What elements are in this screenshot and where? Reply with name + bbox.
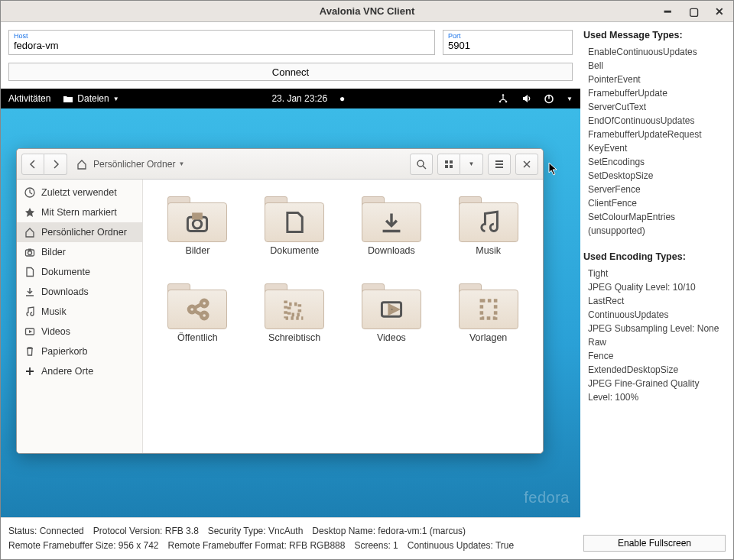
window-title: Avalonia VNC Client — [320, 5, 414, 17]
list-item: EnableContinuousUpdates — [588, 45, 726, 59]
plus-icon — [24, 366, 35, 377]
message-types-list: EnableContinuousUpdatesBellPointerEventF… — [583, 45, 726, 238]
folder-icon — [265, 193, 324, 242]
maximize-button[interactable]: ▢ — [684, 4, 703, 19]
folder-item[interactable]: Videos — [345, 280, 439, 364]
folder-item[interactable]: Schreibtisch — [248, 280, 342, 364]
folder-icon — [167, 280, 227, 329]
folder-item[interactable]: Dokumente — [248, 193, 342, 277]
activities-button[interactable]: Aktivitäten — [8, 93, 50, 104]
chevron-right-icon — [50, 159, 61, 170]
sidebar-item[interactable]: Musik — [17, 302, 142, 322]
sidebar-item[interactable]: Downloads — [17, 282, 142, 302]
sidebar-item-label: Zuletzt verwendet — [41, 187, 117, 198]
folder-label: Dokumente — [270, 245, 319, 256]
sidebar-item-label: Andere Orte — [41, 366, 93, 377]
status-pair: Remote Framebuffer Format: RFB RGB888 — [168, 540, 346, 551]
status-bar: Status: ConnectedProtocol Version: RFB 3… — [1, 517, 580, 559]
host-label: Host — [14, 32, 430, 40]
sidebar-item[interactable]: Andere Orte — [17, 361, 142, 381]
sidebar-item[interactable]: Mit Stern markiert — [17, 202, 142, 222]
hamburger-button[interactable] — [488, 154, 511, 175]
music-icon — [476, 210, 501, 235]
chevron-down-icon[interactable]: ▼ — [567, 95, 573, 102]
app-menu[interactable]: Dateien ▼ — [63, 93, 119, 104]
chevron-down-icon: ▼ — [469, 160, 475, 167]
list-item: KeyEvent — [588, 141, 726, 155]
folder-item[interactable]: Bilder — [151, 193, 245, 277]
notification-dot-icon: ● — [339, 93, 345, 104]
search-button[interactable] — [410, 154, 433, 175]
connect-button[interactable]: Connect — [8, 63, 573, 81]
port-input[interactable] — [448, 40, 567, 51]
grid-icon — [443, 159, 454, 170]
sound-icon[interactable] — [521, 93, 531, 104]
encoding-types-heading: Used Encoding Types: — [583, 251, 726, 262]
sidebar-item-label: Videos — [41, 326, 70, 337]
files-close-button[interactable] — [515, 154, 538, 175]
doc-icon — [282, 210, 307, 235]
folder-label: Bilder — [185, 245, 209, 256]
nav-forward-button[interactable] — [44, 154, 67, 175]
network-icon[interactable] — [498, 93, 508, 104]
view-grid-button[interactable] — [437, 154, 460, 175]
download-icon — [24, 286, 35, 297]
host-input[interactable] — [14, 40, 430, 51]
sidebar-item[interactable]: Dokumente — [17, 262, 142, 282]
power-icon[interactable] — [544, 93, 554, 104]
files-sidebar: Zuletzt verwendetMit Stern markiertPersö… — [17, 180, 143, 453]
folder-icon — [362, 280, 421, 329]
list-item: LastRect — [588, 294, 726, 308]
minimize-button[interactable]: ━ — [658, 4, 677, 19]
folder-item[interactable]: Vorlagen — [441, 280, 535, 364]
folder-item[interactable]: Öffentlich — [151, 280, 245, 364]
sidebar-item[interactable]: Bilder — [17, 242, 142, 262]
folder-item[interactable]: Musik — [441, 193, 535, 277]
status-pair: Security Type: VncAuth — [208, 526, 304, 536]
list-item: SetDesktopSize — [588, 169, 726, 183]
close-icon — [521, 159, 532, 170]
search-icon — [416, 159, 427, 170]
message-types-heading: Used Message Types: — [583, 30, 726, 40]
music-icon — [24, 306, 35, 317]
list-item: ExtendedDesktopSize — [588, 363, 726, 377]
status-pair: Protocol Version: RFB 3.8 — [93, 526, 199, 536]
status-pair: Screens: 1 — [354, 540, 398, 551]
status-pair: Status: Connected — [8, 526, 84, 536]
encoding-types-list: TightJPEG Quality Level: 10/10LastRectCo… — [583, 267, 726, 404]
folder-label: Öffentlich — [177, 332, 218, 343]
list-item: JPEG Quality Level: 10/10 — [588, 280, 726, 294]
folder-icon — [362, 193, 421, 242]
sidebar-item[interactable]: Videos — [17, 322, 142, 342]
view-options-button[interactable]: ▼ — [460, 154, 483, 175]
list-item: JPEG Fine-Grained Quality Level: 100% — [588, 377, 726, 404]
desktop-icon — [282, 297, 307, 322]
sidebar-item[interactable]: Persönlicher Ordner — [17, 222, 142, 242]
clock-label[interactable]: 23. Jan 23:26 — [271, 93, 327, 104]
sidebar-item-label: Mit Stern markiert — [41, 207, 117, 218]
sidebar-item[interactable]: Zuletzt verwendet — [17, 183, 142, 202]
list-item: FramebufferUpdate — [588, 86, 726, 100]
remote-screen[interactable]: Aktivitäten Dateien ▼ 23. Jan 23:26 ● — [1, 89, 580, 517]
folder-icon — [459, 193, 518, 242]
camera-icon — [24, 247, 35, 257]
sidebar-item-label: Downloads — [41, 286, 89, 297]
folder-item[interactable]: Downloads — [345, 193, 439, 277]
sidebar-item[interactable]: Papierkorb — [17, 342, 142, 361]
nav-back-button[interactable] — [21, 154, 44, 175]
template-icon — [476, 297, 501, 322]
star-icon — [24, 207, 35, 218]
clock-icon — [24, 187, 35, 198]
sidebar-item-label: Persönlicher Ordner — [41, 227, 127, 238]
video-icon — [379, 297, 404, 322]
files-grid: BilderDokumenteDownloadsMusikÖffentlichS… — [143, 180, 543, 453]
home-icon — [24, 227, 35, 238]
chevron-down-icon: ▼ — [178, 160, 184, 167]
list-item: FramebufferUpdateRequest — [588, 128, 726, 141]
path-bar[interactable]: Persönlicher Ordner ▼ — [72, 154, 189, 175]
status-pair: Continuous Updates: True — [408, 540, 514, 551]
fedora-brand: fedora — [524, 489, 570, 507]
close-button[interactable]: ✕ — [710, 4, 729, 19]
fullscreen-button[interactable]: Enable Fullscreen — [583, 535, 726, 552]
list-item: PointerEvent — [588, 73, 726, 86]
